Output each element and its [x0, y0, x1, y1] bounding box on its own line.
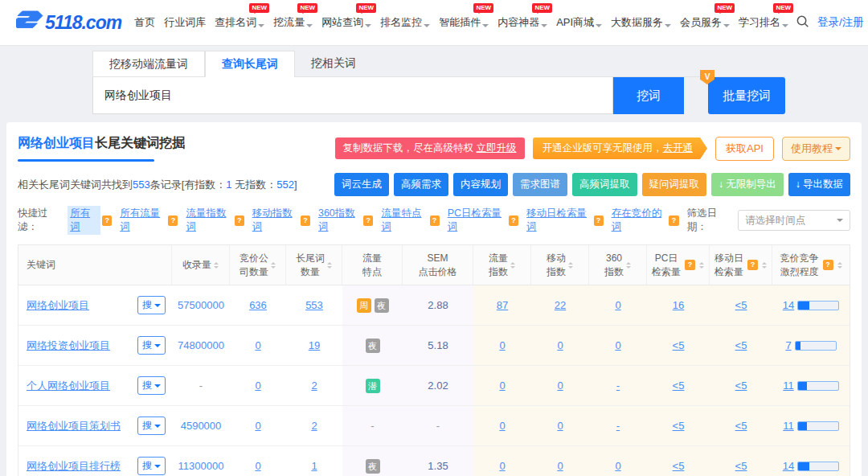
nav-item-smart-plugin[interactable]: 智能插件NEW — [437, 12, 490, 33]
nav-item-home[interactable]: 首页 — [133, 12, 157, 33]
mobile-daily-link[interactable]: <5 — [735, 380, 747, 392]
longtail-count-link[interactable]: 2 — [311, 380, 317, 392]
nav-item-rank-monitor[interactable]: 排名监控 — [379, 12, 432, 33]
flow-index-link[interactable]: 0 — [499, 380, 505, 392]
help-icon[interactable]: ? — [594, 215, 604, 226]
nav-item-rank-words[interactable]: 查排名词NEW — [213, 12, 266, 33]
nav-item-membership[interactable]: 会员服务NEW — [678, 12, 731, 33]
upgrade-banner[interactable]: 复制数据下载，尽在高级特权 立即升级 — [335, 137, 525, 159]
mobile-index-link[interactable]: 0 — [557, 420, 563, 432]
filter-flow-feature-words[interactable]: 流量特点词 — [381, 207, 428, 234]
high-freq-demand-button[interactable]: 高频需求 — [394, 173, 448, 196]
competition-link[interactable]: 11 — [783, 380, 794, 392]
longtail-count-link[interactable]: 2 — [311, 420, 317, 432]
sort-icon[interactable] — [762, 260, 767, 271]
bid-companies-link[interactable]: 0 — [255, 339, 260, 351]
sort-icon[interactable] — [510, 260, 515, 271]
competition-link[interactable]: 7 — [785, 339, 791, 351]
date-select[interactable]: 请选择时间点 — [738, 210, 850, 231]
help-icon[interactable]: ? — [669, 215, 678, 226]
flow-index-link[interactable]: 0 — [499, 420, 505, 432]
pc-daily-link[interactable]: <5 — [673, 420, 685, 432]
question-extract-button[interactable]: 疑问词提取 — [642, 173, 707, 196]
index-360-link[interactable]: 0 — [615, 460, 620, 472]
index-360-link[interactable]: 0 — [615, 299, 620, 311]
filter-360-index-words[interactable]: 360指数词 — [318, 207, 362, 234]
sort-icon[interactable] — [327, 260, 332, 271]
filter-pc-daily-words[interactable]: PC日检索量词 — [448, 207, 507, 234]
help-icon[interactable]: ? — [363, 215, 373, 226]
content-plan-button[interactable]: 内容规划 — [453, 173, 508, 196]
filter-all-traffic-words[interactable]: 所有流量词 — [120, 207, 166, 234]
help-icon[interactable]: ? — [823, 260, 833, 270]
keyword-link[interactable]: 个人网络创业项目 — [27, 379, 110, 393]
filter-flow-index-words[interactable]: 流量指数词 — [186, 207, 232, 234]
nav-item-learn-ranking[interactable]: 学习排名NEW — [737, 12, 790, 33]
help-icon[interactable]: ? — [235, 215, 244, 226]
row-search-button[interactable]: 搜 — [137, 336, 166, 355]
pc-daily-link[interactable]: <5 — [673, 460, 685, 472]
row-search-button[interactable]: 搜 — [137, 376, 166, 395]
index-360-link[interactable]: - — [616, 380, 620, 392]
row-search-button[interactable]: 搜 — [137, 296, 166, 314]
tab-dig-mobile-traffic-words[interactable]: 挖移动端流量词 — [92, 51, 205, 76]
nav-item-content-tool[interactable]: 内容神器NEW — [496, 12, 549, 33]
filter-all-words[interactable]: 所有词 — [68, 206, 100, 235]
batch-dig-button[interactable]: 批量挖词 — [708, 77, 785, 114]
competition-link[interactable]: 14 — [783, 299, 794, 311]
upgrade-link[interactable]: 立即升级 — [477, 142, 517, 154]
nav-item-api-mall[interactable]: API商城 — [555, 12, 604, 33]
help-icon[interactable]: ? — [301, 215, 310, 226]
sort-icon[interactable] — [837, 260, 842, 271]
mobile-index-link[interactable]: 0 — [557, 460, 563, 472]
help-icon[interactable]: ? — [102, 215, 112, 226]
nav-item-dig-traffic[interactable]: 挖流量NEW — [272, 12, 314, 33]
competition-link[interactable]: 11 — [783, 420, 794, 432]
tab-query-longtail-words[interactable]: 查询长尾词 — [205, 51, 295, 77]
mobile-daily-link[interactable]: <5 — [735, 420, 747, 432]
row-search-button[interactable]: 搜 — [137, 457, 166, 475]
keyword-link[interactable]: 网络创业项目 — [27, 298, 89, 313]
keyword-input[interactable] — [92, 77, 613, 114]
filter-mobile-daily-words[interactable]: 移动日检索量词 — [526, 207, 592, 234]
flow-index-link[interactable]: 87 — [497, 299, 508, 311]
longtail-count-link[interactable]: 1 — [311, 460, 317, 472]
bid-companies-link[interactable]: 0 — [255, 380, 260, 392]
filter-mobile-index-words[interactable]: 移动指数词 — [252, 207, 299, 234]
nav-item-site-query[interactable]: 网站查询NEW — [320, 12, 373, 33]
longtail-count-link[interactable]: 19 — [309, 339, 320, 351]
longtail-count-link[interactable]: 553 — [305, 299, 323, 311]
help-icon[interactable]: ? — [168, 215, 178, 226]
mobile-index-link[interactable]: 0 — [557, 380, 563, 392]
flow-index-link[interactable]: 0 — [499, 460, 505, 472]
index-360-link[interactable]: 0 — [615, 339, 620, 351]
bid-companies-link[interactable]: 636 — [249, 299, 267, 311]
help-icon[interactable]: ? — [430, 215, 440, 226]
mobile-daily-link[interactable]: <5 — [735, 339, 747, 351]
nav-item-industry-lexicon[interactable]: 行业词库 — [162, 12, 207, 33]
wordcloud-button[interactable]: 词云生成 — [334, 173, 389, 196]
enterprise-banner[interactable]: 开通企业版可享无限使用，去开通 — [533, 137, 708, 159]
sort-icon[interactable] — [214, 260, 219, 271]
mobile-daily-link[interactable]: <5 — [735, 460, 747, 472]
help-icon[interactable]: ? — [747, 260, 758, 270]
pc-daily-link[interactable]: <5 — [673, 380, 685, 392]
help-icon[interactable]: ? — [509, 215, 518, 226]
bid-companies-link[interactable]: 0 — [255, 420, 260, 432]
index-360-link[interactable]: - — [616, 420, 620, 432]
export-data-button[interactable]: ↓导出数据 — [788, 173, 850, 196]
sort-icon[interactable] — [568, 260, 573, 271]
bid-companies-link[interactable]: 0 — [255, 460, 260, 472]
row-search-button[interactable]: 搜 — [137, 416, 166, 435]
flow-index-link[interactable]: 0 — [499, 339, 505, 351]
nav-item-bigdata-service[interactable]: 大数据服务 — [609, 12, 673, 33]
mobile-index-link[interactable]: 0 — [557, 339, 563, 351]
sort-icon[interactable] — [699, 260, 704, 271]
mobile-index-link[interactable]: 22 — [555, 299, 566, 311]
demand-map-button[interactable]: 需求图谱 — [513, 173, 567, 196]
filter-bidding-words[interactable]: 存在竞价的词 — [612, 207, 668, 234]
keyword-link[interactable]: 网络创业项目排行榜 — [27, 459, 121, 474]
keyword-link[interactable]: 网络创业项目策划书 — [27, 419, 121, 433]
high-freq-extract-button[interactable]: 高频词提取 — [572, 173, 637, 196]
pc-daily-link[interactable]: <5 — [673, 339, 685, 351]
